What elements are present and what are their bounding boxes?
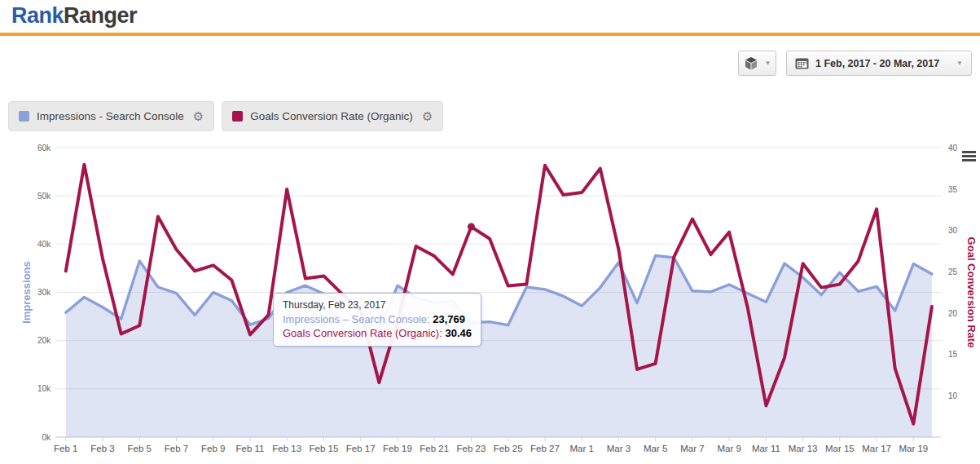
chevron-down-icon: ▼ bbox=[765, 60, 771, 67]
logo-text-rank: Rank bbox=[11, 3, 64, 28]
svg-text:20k: 20k bbox=[37, 336, 51, 345]
svg-text:Feb 3: Feb 3 bbox=[90, 444, 114, 453]
svg-text:Mar 3: Mar 3 bbox=[607, 444, 631, 453]
legend-item-impressions[interactable]: Impressions - Search Console ⚙ bbox=[8, 101, 214, 131]
calendar-icon bbox=[795, 57, 809, 69]
svg-text:Feb 21: Feb 21 bbox=[420, 444, 449, 453]
svg-text:30k: 30k bbox=[37, 288, 51, 297]
conversion-series-swatch bbox=[232, 111, 243, 122]
svg-text:Feb 15: Feb 15 bbox=[310, 444, 339, 453]
gear-icon[interactable]: ⚙ bbox=[193, 109, 204, 124]
svg-text:10k: 10k bbox=[37, 384, 51, 393]
y-axis-left-labels: 0k10k20k30k40k50k60k bbox=[37, 144, 51, 442]
chevron-down-icon: ▼ bbox=[956, 60, 963, 67]
svg-text:Mar 13: Mar 13 bbox=[789, 444, 818, 453]
svg-text:Feb 19: Feb 19 bbox=[383, 444, 412, 453]
svg-text:Mar 11: Mar 11 bbox=[752, 444, 780, 453]
svg-text:Mar 19: Mar 19 bbox=[899, 444, 928, 453]
svg-text:Feb 13: Feb 13 bbox=[272, 444, 301, 453]
svg-text:50k: 50k bbox=[37, 192, 51, 201]
y-axis-right-title: Goal Conversion Rate bbox=[965, 237, 978, 348]
impressions-area-fill bbox=[66, 256, 932, 438]
date-range-picker[interactable]: 1 Feb, 2017 - 20 Mar, 2017 ▼ bbox=[786, 51, 972, 76]
tooltip-conversion-label: Goals Conversion Rate (Organic): bbox=[283, 327, 442, 339]
svg-text:40: 40 bbox=[948, 144, 958, 152]
svg-text:Feb 9: Feb 9 bbox=[201, 444, 225, 453]
graph-options-button[interactable]: ▼ bbox=[738, 51, 776, 76]
rankranger-logo[interactable]: RankRanger bbox=[11, 3, 137, 29]
cube-icon bbox=[744, 56, 758, 71]
x-axis-labels: Feb 1Feb 3Feb 5Feb 7Feb 9Feb 11Feb 13Feb… bbox=[54, 437, 928, 453]
svg-text:30: 30 bbox=[948, 226, 958, 235]
svg-text:Mar 15: Mar 15 bbox=[825, 444, 855, 453]
app-header: RankRanger bbox=[0, 0, 980, 36]
svg-text:Mar 5: Mar 5 bbox=[644, 444, 667, 453]
svg-text:60k: 60k bbox=[37, 144, 51, 152]
svg-text:Feb 5: Feb 5 bbox=[128, 444, 152, 453]
svg-text:Mar 9: Mar 9 bbox=[717, 444, 740, 453]
chart-legend: Impressions - Search Console ⚙ Goals Con… bbox=[8, 101, 443, 131]
svg-text:Mar 17: Mar 17 bbox=[862, 444, 891, 453]
tooltip-impressions-label: Impressions – Search Console: bbox=[283, 313, 430, 325]
tooltip-date: Thursday, Feb 23, 2017 bbox=[283, 299, 472, 311]
svg-text:Feb 7: Feb 7 bbox=[165, 444, 188, 453]
svg-text:10: 10 bbox=[948, 391, 958, 400]
svg-text:Mar 7: Mar 7 bbox=[680, 444, 704, 453]
svg-text:Feb 25: Feb 25 bbox=[494, 444, 523, 453]
logo-text-ranger: Ranger bbox=[64, 3, 137, 28]
legend-item-label: Goals Conversion Rate (Organic) bbox=[250, 110, 413, 122]
tooltip-impressions-value: 23,769 bbox=[433, 313, 465, 325]
chart-plot-area[interactable]: 0k10k20k30k40k50k60k10152025303540Feb 1F… bbox=[0, 138, 980, 464]
svg-text:Feb 27: Feb 27 bbox=[530, 444, 560, 453]
svg-text:0k: 0k bbox=[42, 433, 51, 442]
hamburger-icon[interactable] bbox=[962, 151, 976, 163]
y-axis-left-title: Impressions bbox=[20, 261, 33, 324]
chart-tooltip: Thursday, Feb 23, 2017 Impressions – Sea… bbox=[273, 293, 481, 347]
date-range-label: 1 Feb, 2017 - 20 Mar, 2017 bbox=[815, 58, 950, 69]
svg-text:35: 35 bbox=[948, 185, 958, 194]
svg-text:20: 20 bbox=[948, 309, 958, 318]
svg-text:Feb 11: Feb 11 bbox=[236, 444, 265, 453]
tooltip-conversion-row: Goals Conversion Rate (Organic): 30.46 bbox=[283, 327, 472, 339]
tooltip-conversion-value: 30.46 bbox=[445, 327, 472, 339]
legend-item-label: Impressions - Search Console bbox=[37, 110, 184, 122]
svg-text:Feb 23: Feb 23 bbox=[457, 444, 486, 453]
y-axis-right-labels: 10152025303540 bbox=[948, 144, 958, 400]
legend-item-goals-conversion[interactable]: Goals Conversion Rate (Organic) ⚙ bbox=[222, 101, 443, 131]
rankranger-dashboard: RankRanger ▼ 1 Feb, 2017 - 20 bbox=[0, 0, 980, 464]
svg-text:40k: 40k bbox=[37, 240, 51, 249]
svg-text:Mar 1: Mar 1 bbox=[569, 444, 593, 453]
svg-text:Feb 17: Feb 17 bbox=[346, 444, 376, 453]
dual-axis-chart[interactable]: 0k10k20k30k40k50k60k10152025303540Feb 1F… bbox=[0, 138, 980, 464]
svg-text:Feb 1: Feb 1 bbox=[54, 444, 77, 453]
svg-text:15: 15 bbox=[948, 350, 958, 359]
conversion-hover-marker[interactable] bbox=[468, 223, 475, 231]
tooltip-impressions-row: Impressions – Search Console: 23,769 bbox=[283, 313, 472, 325]
impressions-series-swatch bbox=[19, 111, 29, 122]
svg-text:25: 25 bbox=[948, 267, 958, 276]
gear-icon[interactable]: ⚙ bbox=[422, 109, 433, 124]
